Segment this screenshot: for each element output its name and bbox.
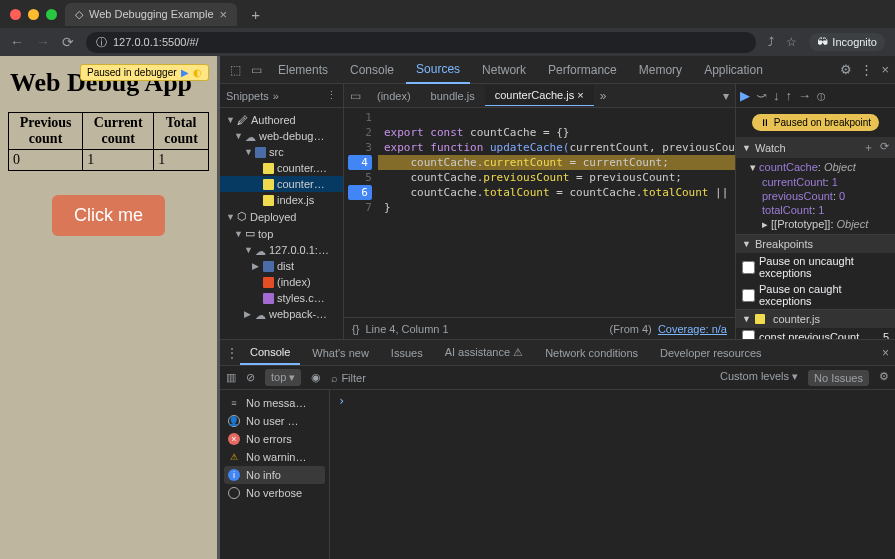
resume-icon[interactable]: ▶ xyxy=(740,88,750,103)
close-drawer-icon[interactable]: × xyxy=(882,346,889,360)
tab-performance[interactable]: Performance xyxy=(538,57,627,83)
settings-icon[interactable]: ⚙ xyxy=(840,62,852,77)
msg-filter-errors[interactable]: ×No errors xyxy=(224,430,325,448)
close-devtools-icon[interactable]: × xyxy=(881,62,889,77)
snippets-bar[interactable]: Snippets » ⋮ xyxy=(220,84,343,108)
refresh-icon[interactable]: ⟳ xyxy=(880,140,889,155)
levels-selector[interactable]: Custom levels ▾ xyxy=(720,370,798,386)
deactivate-breakpoints-icon[interactable]: ⦶ xyxy=(817,88,825,104)
incognito-icon: 🕶 xyxy=(817,36,828,48)
drawer-tab-devres[interactable]: Developer resources xyxy=(650,342,772,364)
minimize-window-button[interactable] xyxy=(28,9,39,20)
caught-exceptions-checkbox[interactable]: Pause on caught exceptions xyxy=(736,281,895,309)
drawer-tab-network[interactable]: Network conditions xyxy=(535,342,648,364)
tab-close-icon[interactable]: × xyxy=(220,7,228,22)
console-input[interactable]: › xyxy=(330,390,895,559)
drawer-tab-whatsnew[interactable]: What's new xyxy=(302,342,379,364)
step-icon[interactable]: → xyxy=(798,88,811,103)
forward-button[interactable]: → xyxy=(36,34,50,50)
breakpoints-section-header[interactable]: ▼Breakpoints xyxy=(736,235,895,253)
drawer-tab-issues[interactable]: Issues xyxy=(381,342,433,364)
tree-counter-js[interactable]: counter.… xyxy=(220,160,343,176)
step-over-icon[interactable]: ⤻ xyxy=(756,88,767,103)
reload-button[interactable]: ⟳ xyxy=(62,34,74,50)
code-editor: ▭ (index) bundle.js counterCache.js × » … xyxy=(344,84,735,339)
editor-statusbar: {} Line 4, Column 1 (From 4) Coverage: n… xyxy=(344,317,735,339)
tree-dist[interactable]: ▶ dist xyxy=(220,258,343,274)
msg-filter-info[interactable]: iNo info xyxy=(224,466,325,484)
code-area[interactable]: 1 2 3 4 5 6 7 export const countCache = … xyxy=(344,108,735,317)
site-info-icon[interactable]: ⓘ xyxy=(96,35,107,50)
editor-tab-index[interactable]: (index) xyxy=(367,86,421,106)
breakpoint-row[interactable]: const previousCount5 xyxy=(736,328,895,339)
share-icon[interactable]: ⤴ xyxy=(768,35,774,49)
tab-application[interactable]: Application xyxy=(694,57,773,83)
tree-host[interactable]: ▼☁ 127.0.0.1:… xyxy=(220,242,343,258)
tree-countercache-js[interactable]: counter… xyxy=(220,176,343,192)
settings-icon[interactable]: ⚙ xyxy=(879,370,889,386)
chevron-double-icon[interactable]: » xyxy=(594,89,613,103)
back-button[interactable]: ← xyxy=(10,34,24,50)
step-icon[interactable]: ◐ xyxy=(193,67,202,78)
watch-section-header[interactable]: ▼Watch＋⟳ xyxy=(736,137,895,158)
tree-deployed[interactable]: ▼⬡ Deployed xyxy=(220,208,343,225)
tree-styles[interactable]: styles.c… xyxy=(220,290,343,306)
click-me-button[interactable]: Click me xyxy=(52,195,165,236)
clear-console-icon[interactable]: ⊘ xyxy=(246,371,255,384)
drawer-tab-ai[interactable]: AI assistance ⚠ xyxy=(435,341,533,364)
drawer-tabbar: ⋮ Console What's new Issues AI assistanc… xyxy=(220,340,895,366)
live-expression-icon[interactable]: ◉ xyxy=(311,371,321,384)
sidebar-toggle-icon[interactable]: ▥ xyxy=(226,371,236,384)
brackets-icon[interactable]: {} xyxy=(352,323,359,335)
more-icon[interactable]: ⋮ xyxy=(860,62,873,77)
msg-filter-user[interactable]: 👤No user … xyxy=(224,412,325,430)
step-out-icon[interactable]: ↑ xyxy=(786,88,793,103)
tab-memory[interactable]: Memory xyxy=(629,57,692,83)
incognito-badge[interactable]: 🕶 Incognito xyxy=(809,33,885,51)
breakpoint-file-counter[interactable]: ▼counter.js xyxy=(736,310,895,328)
step-into-icon[interactable]: ↓ xyxy=(773,88,780,103)
editor-tab-countercache[interactable]: counterCache.js × xyxy=(485,85,594,106)
tree-top[interactable]: ▼▭ top xyxy=(220,225,343,242)
url-field[interactable]: ⓘ 127.0.0.1:5500/#/ xyxy=(86,32,756,53)
tab-console[interactable]: Console xyxy=(340,57,404,83)
drawer-tab-console[interactable]: Console xyxy=(240,341,300,365)
tree-src[interactable]: ▼ src xyxy=(220,144,343,160)
more-icon[interactable]: ▾ xyxy=(717,89,735,103)
coverage-link[interactable]: Coverage: n/a xyxy=(658,323,727,335)
bookmark-icon[interactable]: ☆ xyxy=(786,35,797,49)
tree-index-js[interactable]: index.js xyxy=(220,192,343,208)
new-tab-button[interactable]: + xyxy=(245,6,266,23)
no-issues-badge[interactable]: No Issues xyxy=(808,370,869,386)
tree-index-html[interactable]: (index) xyxy=(220,274,343,290)
close-icon[interactable]: × xyxy=(577,89,583,101)
maximize-window-button[interactable] xyxy=(46,9,57,20)
tree-webdebug[interactable]: ▼☁ web-debug… xyxy=(220,128,343,144)
msg-filter-warnings[interactable]: ⚠No warnin… xyxy=(224,448,325,466)
more-icon[interactable]: ⋮ xyxy=(226,346,238,360)
tab-title: Web Debugging Example xyxy=(89,8,214,20)
resume-icon[interactable]: ▶ xyxy=(181,67,189,78)
tab-elements[interactable]: Elements xyxy=(268,57,338,83)
context-selector[interactable]: top ▾ xyxy=(265,369,301,386)
rendered-page: Paused in debugger ▶ ◐ Web Debug App Pre… xyxy=(0,56,217,559)
more-icon[interactable]: ⋮ xyxy=(326,89,337,102)
filter-input[interactable]: ⌕ Filter xyxy=(331,372,366,384)
from-count: (From 4) xyxy=(610,323,652,335)
tree-authored[interactable]: ▼🖉 Authored xyxy=(220,112,343,128)
inspect-element-icon[interactable]: ⬚ xyxy=(226,63,245,77)
device-toolbar-icon[interactable]: ▭ xyxy=(247,63,266,77)
paused-in-debugger-chip: Paused in debugger ▶ ◐ xyxy=(80,64,209,81)
toggle-nav-icon[interactable]: ▭ xyxy=(344,89,367,103)
browser-tab[interactable]: ◇ Web Debugging Example × xyxy=(65,3,237,26)
tab-network[interactable]: Network xyxy=(472,57,536,83)
close-window-button[interactable] xyxy=(10,9,21,20)
line-gutter[interactable]: 1 2 3 4 5 6 7 xyxy=(344,108,378,317)
tree-webpack[interactable]: ▶☁ webpack-… xyxy=(220,306,343,322)
tab-sources[interactable]: Sources xyxy=(406,56,470,84)
msg-filter-all[interactable]: ≡No messa… xyxy=(224,394,325,412)
msg-filter-verbose[interactable]: No verbose xyxy=(224,484,325,502)
add-watch-icon[interactable]: ＋ xyxy=(863,140,874,155)
editor-tab-bundle[interactable]: bundle.js xyxy=(421,86,485,106)
uncaught-exceptions-checkbox[interactable]: Pause on uncaught exceptions xyxy=(736,253,895,281)
